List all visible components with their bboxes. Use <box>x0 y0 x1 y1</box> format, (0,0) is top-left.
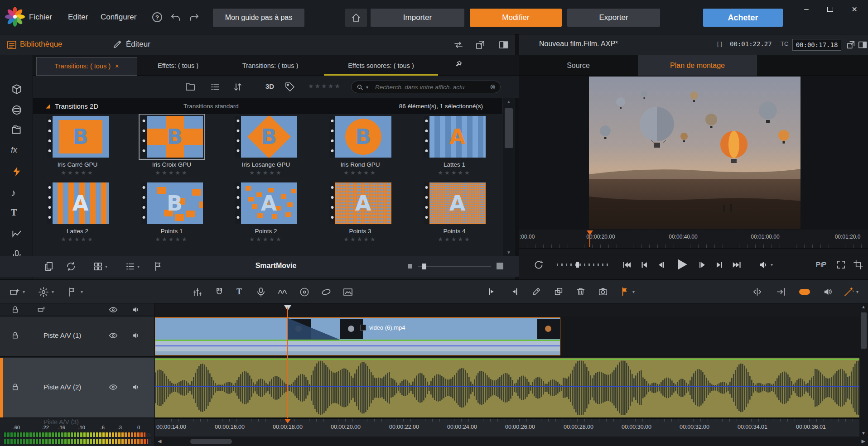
export-button[interactable]: Exporter <box>567 9 660 27</box>
track-av3-header-clipped[interactable]: Piste A/V (3) <box>0 418 155 425</box>
import-button[interactable]: Importer <box>371 9 464 27</box>
markers-icon[interactable] <box>67 287 78 297</box>
library-item-lattes-2[interactable]: A Lattes 2 ★★★★★ <box>39 182 116 243</box>
preview-playhead-line[interactable] <box>589 235 590 247</box>
scroll-right-icon[interactable]: ▶ <box>862 438 865 444</box>
keyframe-wave-icon[interactable] <box>277 287 288 297</box>
zoom-out-icon[interactable] <box>408 264 412 269</box>
preview-dual-pane-icon[interactable] <box>858 40 868 50</box>
transition-thumbnail[interactable]: B <box>47 116 109 158</box>
library-scrollbar[interactable]: ▲ ▼ <box>503 98 515 256</box>
wand-dropdown-icon[interactable]: ▾ <box>856 290 858 294</box>
tab-effets[interactable]: Effets: ( tous ) <box>140 57 217 76</box>
video-viewport[interactable] <box>589 77 800 229</box>
eye-visibility-icon[interactable] <box>109 331 118 340</box>
rating-filter-stars[interactable]: ★★★★★ <box>308 82 341 90</box>
track-av1-header[interactable]: Piste A/V (1) <box>0 317 155 357</box>
transition-thumbnail[interactable]: A <box>424 116 486 158</box>
storyboard-toggle-pill[interactable] <box>799 289 810 295</box>
next-clip-button[interactable] <box>714 260 724 270</box>
video-clip[interactable]: video (6).mp4 <box>155 317 560 355</box>
sidebar-item-montage-icon[interactable] <box>11 228 23 240</box>
disc-authoring-icon[interactable] <box>299 287 310 297</box>
preview-ruler[interactable]: :00.00 00:00:20.00 00:00:40.00 00:01:00.… <box>519 230 868 249</box>
rating-stars[interactable]: ★★★★★ <box>227 236 304 243</box>
library-item-iris-losange[interactable]: B Iris Losange GPU ★★★★★ <box>227 116 304 176</box>
lock-icon[interactable] <box>11 383 19 391</box>
track-name[interactable]: Piste A/V (1) <box>43 331 81 339</box>
library-item-iris-rond[interactable]: B Iris Rond GPU ★★★★★ <box>322 116 399 176</box>
search-input[interactable] <box>375 82 484 91</box>
home-button[interactable] <box>345 9 367 27</box>
add-track-icon[interactable] <box>37 305 46 314</box>
editor-icon[interactable] <box>112 39 122 49</box>
maximize-button[interactable] <box>821 3 839 15</box>
pip-button[interactable]: PiP <box>816 260 826 268</box>
library-item-iris-carre[interactable]: B Iris Carré GPU ★★★★★ <box>39 116 116 176</box>
eye-visibility-icon[interactable] <box>109 383 118 392</box>
scroll-up-icon[interactable]: ▲ <box>861 304 866 309</box>
transition-thumbnail[interactable]: B <box>235 116 297 158</box>
track-av2-content[interactable] <box>155 358 859 418</box>
marker-dropdown-icon[interactable]: ▾ <box>632 290 635 294</box>
audio-mixer-icon[interactable] <box>192 287 203 297</box>
guide-button[interactable]: Mon guide pas à pas <box>213 9 304 27</box>
scroll-thumb[interactable] <box>505 108 513 148</box>
settings-dropdown-icon[interactable]: ▾ <box>52 290 54 294</box>
rating-stars[interactable]: ★★★★★ <box>39 169 116 176</box>
track-av2-header[interactable]: Piste A/V (2) <box>0 358 155 418</box>
sidebar-item-transitions-bolt-icon[interactable] <box>11 166 23 177</box>
close-button[interactable]: × <box>845 3 863 15</box>
library-item-points-2[interactable]: A Points 2 ★★★★★ <box>227 182 304 243</box>
rating-stars[interactable]: ★★★★★ <box>39 236 116 243</box>
sidebar-item-media-cube-icon[interactable] <box>11 83 23 95</box>
mark-in-icon[interactable] <box>487 287 497 297</box>
search-scope-dropdown-icon[interactable]: ▾ <box>366 85 368 90</box>
tag-icon[interactable] <box>285 82 295 92</box>
track-header-settings-icon[interactable] <box>9 287 20 297</box>
undock-window-icon[interactable] <box>475 39 486 50</box>
previous-clip-button[interactable] <box>639 260 649 270</box>
lock-icon[interactable] <box>11 331 19 340</box>
rating-stars[interactable]: ★★★★★ <box>416 236 493 243</box>
scroll-down-icon[interactable]: ▼ <box>506 250 511 255</box>
scroll-left-icon[interactable]: ◀ <box>158 438 161 444</box>
markers-dropdown-icon[interactable]: ▾ <box>81 290 83 294</box>
frame-forward-button[interactable] <box>697 260 707 270</box>
edit-button[interactable]: Modifier <box>470 9 562 27</box>
buy-button[interactable]: Acheter <box>703 9 783 27</box>
scroll-down-icon[interactable]: ▼ <box>861 431 866 436</box>
magic-wand-icon[interactable] <box>844 287 854 297</box>
sidebar-item-music-icon[interactable]: ♪ <box>11 187 23 199</box>
tab-close-icon[interactable]: × <box>115 62 119 70</box>
trim-mode-icon[interactable] <box>752 287 762 297</box>
zoom-slider[interactable] <box>418 266 491 267</box>
transition-thumbnail[interactable]: B <box>141 116 203 158</box>
timeline-playhead-line[interactable] <box>287 307 288 418</box>
tab-effets-sonores[interactable]: Effets sonores: ( tous ) <box>324 57 438 76</box>
speaker-mute-icon[interactable] <box>131 383 140 393</box>
list-view-icon[interactable] <box>210 82 221 92</box>
menu-fichier[interactable]: Fichier <box>29 0 52 34</box>
frame-back-button[interactable] <box>656 260 666 270</box>
sort-icon[interactable] <box>232 82 243 92</box>
timeline-ruler[interactable]: 00:00:14.00 00:00:16.00 00:00:18.00 00:0… <box>155 418 868 436</box>
speaker-mute-icon[interactable] <box>131 305 140 316</box>
zoom-in-icon[interactable] <box>497 263 503 269</box>
fullscreen-icon[interactable] <box>836 259 846 270</box>
trim-arrow-icon[interactable] <box>776 287 786 297</box>
timeline-vscrollbar[interactable]: ▲ ▼ <box>859 303 868 436</box>
transition-thumbnail[interactable]: A <box>235 182 297 224</box>
transition-thumbnail[interactable]: B <box>141 182 203 224</box>
voiceover-mic-icon[interactable] <box>256 287 266 297</box>
scroll-up-icon[interactable]: ▲ <box>506 99 511 104</box>
3d-filter-label[interactable]: 3D <box>265 82 274 90</box>
go-to-end-button[interactable] <box>732 260 742 270</box>
timeline-settings-gear-icon[interactable] <box>38 287 49 297</box>
library-item-iris-croix-selected[interactable]: B Iris Croix GPU ★★★★★ <box>133 116 210 176</box>
rating-stars[interactable]: ★★★★★ <box>133 169 210 176</box>
motion-track-icon[interactable] <box>321 287 332 297</box>
detach-preview-icon[interactable] <box>846 40 856 50</box>
sidebar-item-disc-icon[interactable] <box>11 104 23 116</box>
tab-transitions-2[interactable]: Transitions: ( tous ) <box>219 57 322 76</box>
